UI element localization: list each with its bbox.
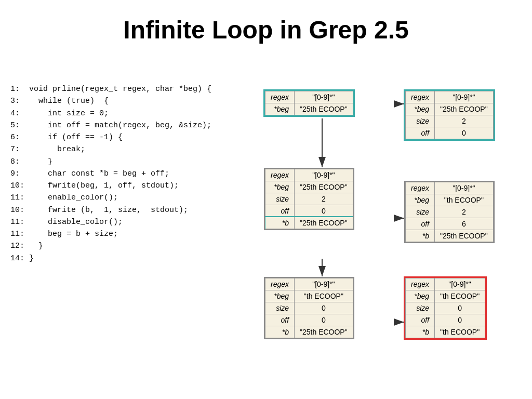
state-table-2: regex"[0-9]*" *beg"25th ECOOP" size2 off…	[405, 91, 494, 139]
code-block: 1: void prline(regex_t regex, char *beg)…	[10, 83, 211, 264]
state-table-6: regex"[0-9]*" *beg"th ECOOP" size0 off0 …	[405, 278, 485, 338]
state-table-3: regex"[0-9]*" *beg"25th ECOOP" size2 off…	[265, 169, 353, 229]
state-table-1: regex"[0-9]*" *beg"25th ECOOP"	[265, 91, 353, 115]
state-table-5: regex"[0-9]*" *beg"th ECOOP" size0 off0 …	[265, 278, 353, 338]
page-title: Infinite Loop in Grep 2.5	[0, 0, 532, 55]
state-table-4: regex"[0-9]*" *beg"th ECOOP" size2 off6 …	[405, 182, 494, 242]
